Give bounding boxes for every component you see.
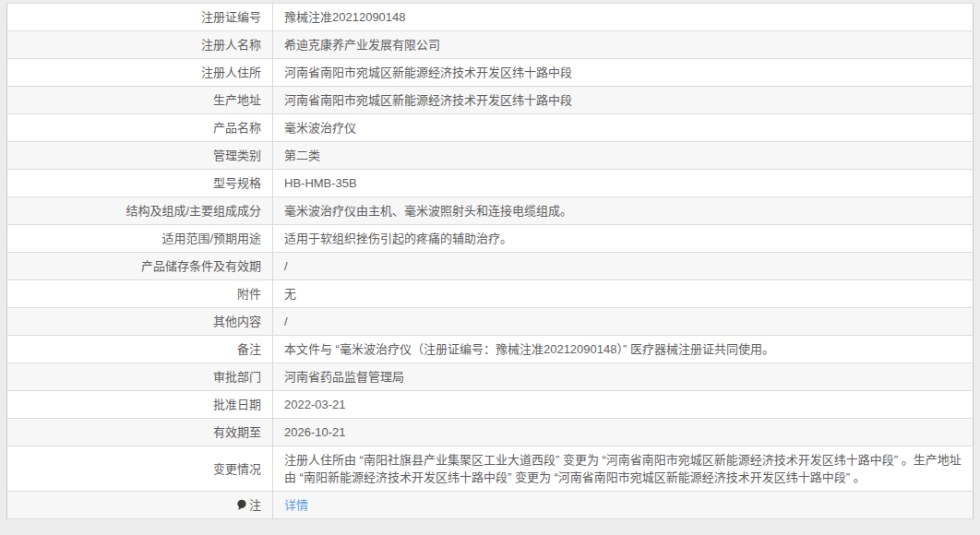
row-value: 河南省南阳市宛城区新能源经济技术开发区纬十路中段 — [284, 65, 572, 79]
table-row: 有效期至 2026-10-21 — [7, 419, 974, 446]
row-value: HB-HMB-35B — [284, 176, 357, 190]
row-label: 生产地址 — [213, 93, 261, 107]
row-value: 2026-10-21 — [284, 425, 346, 439]
table-row: 备注 本文件与 “毫米波治疗仪（注册证编号：豫械注准20212090148）” … — [7, 336, 974, 363]
row-value: 河南省药品监督管理局 — [284, 370, 404, 384]
registration-table-body: 注册证编号 豫械注准20212090148 注册人名称 希迪克康养产业发展有限公… — [7, 4, 974, 519]
registration-table: 注册证编号 豫械注准20212090148 注册人名称 希迪克康养产业发展有限公… — [6, 3, 974, 519]
row-value-cell: 希迪克康养产业发展有限公司 — [273, 31, 974, 59]
row-label: 注册人住所 — [201, 65, 261, 79]
row-value-cell: 本文件与 “毫米波治疗仪（注册证编号：豫械注准20212090148）” 医疗器… — [273, 336, 974, 363]
row-value-cell: 河南省南阳市宛城区新能源经济技术开发区纬十路中段 — [273, 59, 974, 87]
row-label: 产品储存条件及有效期 — [141, 259, 261, 273]
table-row: 批准日期 2022-03-21 — [7, 391, 974, 419]
row-value-cell: 河南省南阳市宛城区新能源经济技术开发区纬十路中段 — [273, 87, 974, 114]
row-label: 结构及组成/主要组成成分 — [125, 204, 261, 218]
table-row: 管理类别 第二类 — [7, 142, 974, 170]
row-value-cell: 详情 — [273, 492, 974, 519]
row-label: 附件 — [237, 287, 261, 301]
row-label: 审批部门 — [213, 370, 261, 384]
row-value-cell: HB-HMB-35B — [273, 170, 974, 197]
row-value: 2022-03-21 — [284, 398, 346, 411]
table-row: 注册人名称 希迪克康养产业发展有限公司 — [7, 31, 974, 59]
table-row: 变更情况 注册人住所由 “南阳社旗县产业集聚区工业大道西段” 变更为 “河南省南… — [7, 446, 974, 492]
row-value-cell: / — [273, 253, 974, 280]
row-label: 注册证编号 — [201, 10, 261, 24]
table-row: 其他内容 / — [7, 308, 974, 336]
table-row: 注册证编号 豫械注准20212090148 — [7, 4, 974, 31]
row-label: 适用范围/预期用途 — [161, 232, 261, 245]
row-value: 豫械注准20212090148 — [284, 10, 406, 24]
row-label: 其他内容 — [213, 315, 261, 328]
table-row: 适用范围/预期用途 适用于软组织挫伤引起的疼痛的辅助治疗。 — [7, 225, 974, 253]
row-value-cell: 第二类 — [273, 142, 974, 170]
row-value: 河南省南阳市宛城区新能源经济技术开发区纬十路中段 — [284, 93, 572, 107]
row-value: 无 — [284, 287, 296, 301]
table-row: 产品储存条件及有效期 / — [7, 253, 974, 280]
row-value: / — [284, 315, 288, 328]
table-row: 附件 无 — [7, 280, 974, 308]
row-value: 毫米波治疗仪由主机、毫米波照射头和连接电缆组成。 — [284, 204, 572, 218]
table-row: 注册人住所 河南省南阳市宛城区新能源经济技术开发区纬十路中段 — [7, 59, 974, 87]
row-value: 注册人住所由 “南阳社旗县产业集聚区工业大道西段” 变更为 “河南省南阳市宛城区… — [284, 453, 962, 484]
row-value: 适用于软组织挫伤引起的疼痛的辅助治疗。 — [284, 232, 512, 245]
table-row: 生产地址 河南省南阳市宛城区新能源经济技术开发区纬十路中段 — [7, 87, 974, 114]
registration-info-panel: 注册证编号 豫械注准20212090148 注册人名称 希迪克康养产业发展有限公… — [6, 3, 974, 519]
row-label: 管理类别 — [213, 149, 261, 162]
row-value-cell: / — [273, 308, 974, 336]
row-value: 第二类 — [284, 149, 320, 162]
row-label: 有效期至 — [213, 425, 261, 439]
row-value: 希迪克康养产业发展有限公司 — [284, 38, 440, 52]
row-value-cell: 适用于软组织挫伤引起的疼痛的辅助治疗。 — [273, 225, 974, 253]
row-value-cell: 河南省药品监督管理局 — [273, 363, 974, 391]
row-value-cell: 豫械注准20212090148 — [273, 4, 974, 31]
table-row: 结构及组成/主要组成成分 毫米波治疗仪由主机、毫米波照射头和连接电缆组成。 — [7, 197, 974, 225]
row-value: 毫米波治疗仪 — [284, 121, 356, 135]
row-value-cell: 毫米波治疗仪 — [273, 114, 974, 142]
row-value-cell: 注册人住所由 “南阳社旗县产业集聚区工业大道西段” 变更为 “河南省南阳市宛城区… — [273, 446, 974, 492]
row-label: 变更情况 — [213, 462, 261, 476]
row-value-cell: 2022-03-21 — [273, 391, 974, 419]
row-value-cell: 2026-10-21 — [273, 419, 974, 446]
row-label: 产品名称 — [213, 121, 261, 135]
row-value: / — [284, 259, 288, 273]
table-row: 型号规格 HB-HMB-35B — [7, 170, 974, 197]
row-value-cell: 无 — [273, 280, 974, 308]
table-row: 注 详情 — [7, 492, 974, 519]
row-value: 本文件与 “毫米波治疗仪（注册证编号：豫械注准20212090148）” 医疗器… — [284, 342, 774, 356]
row-label: 注 — [249, 498, 261, 512]
note-icon — [236, 499, 247, 511]
row-label: 注册人名称 — [201, 38, 261, 52]
row-label: 批准日期 — [213, 398, 261, 411]
row-value-cell: 毫米波治疗仪由主机、毫米波照射头和连接电缆组成。 — [273, 197, 974, 225]
detail-link[interactable]: 详情 — [284, 498, 308, 512]
table-row: 产品名称 毫米波治疗仪 — [7, 114, 974, 142]
row-label: 备注 — [237, 342, 261, 356]
table-row: 审批部门 河南省药品监督管理局 — [7, 363, 974, 391]
row-label: 型号规格 — [213, 176, 261, 190]
